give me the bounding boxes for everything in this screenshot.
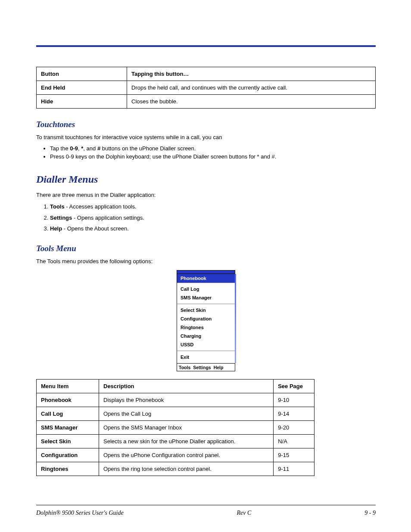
cell-button: Hide xyxy=(37,95,127,109)
cell: Selects a new skin for the uPhone Dialle… xyxy=(99,435,274,448)
cell: 9-20 xyxy=(274,421,314,435)
menubar-help[interactable]: Help xyxy=(213,365,224,370)
menu-item[interactable]: Ringtones xyxy=(177,323,235,332)
menu-group: Select Skin Configuration Ringtones Char… xyxy=(177,304,235,351)
menu-bottom-bar: Tools Settings Help xyxy=(177,363,235,371)
cell: Opens the uPhone Configuration control p… xyxy=(99,448,274,462)
cell: 9-14 xyxy=(274,407,314,421)
touchtones-intro: To transmit touchtones for interactive v… xyxy=(36,134,376,141)
cell: 9-10 xyxy=(274,393,314,407)
bold-text: Help xyxy=(50,225,62,232)
list-item: Tools - Accesses application tools. xyxy=(50,203,376,211)
cell: 9-15 xyxy=(274,448,314,462)
table-row: PhonebookDisplays the Phonebook9-10 xyxy=(37,393,314,407)
dialler-intro: There are three menus in the Dialler app… xyxy=(36,191,376,199)
menu-item[interactable]: Call Log xyxy=(177,285,235,293)
footer-center: Rev C xyxy=(237,510,252,516)
table-row: Select SkinSelects a new skin for the uP… xyxy=(37,435,314,448)
text: - Accesses application tools. xyxy=(65,203,137,210)
list-item: Press 0-9 keys on the Dolphin keyboard; … xyxy=(50,153,376,161)
tools-menu-table: Menu Item Description See Page Phonebook… xyxy=(36,379,314,476)
cell-button: End Held xyxy=(37,81,127,95)
heading-dialler-menus: Dialler Menus xyxy=(36,174,376,185)
text: - Opens the About screen. xyxy=(62,225,129,232)
cell-action: Drops the held call, and continues with … xyxy=(127,81,376,95)
bold-text: Settings xyxy=(50,215,72,221)
tools-menu-screenshot: Phonebook Call Log SMS Manager Select Sk… xyxy=(177,270,235,371)
text: Tap the xyxy=(50,145,70,152)
bold-text: 0-9 xyxy=(70,145,78,152)
col-menu-item: Menu Item xyxy=(37,380,99,393)
table-row: SMS ManagerOpens the SMS Manager Inbox9-… xyxy=(37,421,314,435)
menu-item[interactable]: Configuration xyxy=(177,314,235,323)
menu-item[interactable]: Charging xyxy=(177,332,235,340)
text: buttons on the uPhone Dialler screen. xyxy=(100,145,196,152)
tools-intro: The Tools menu provides the following op… xyxy=(36,258,376,265)
cell: 9-11 xyxy=(274,462,314,476)
text: , and xyxy=(83,145,97,152)
menu-item[interactable]: SMS Manager xyxy=(177,293,235,302)
list-item: Settings - Opens application settings. xyxy=(50,214,376,222)
col-action: Tapping this button… xyxy=(127,67,376,81)
col-see-page: See Page xyxy=(274,380,314,393)
cell: N/A xyxy=(274,435,314,448)
list-item: Tap the 0-9, *, and # buttons on the uPh… xyxy=(50,145,376,152)
table-header-row: Button Tapping this button… xyxy=(37,67,376,81)
menu-titlebar xyxy=(177,271,235,274)
heading-touchtones: Touchtones xyxy=(36,120,376,129)
col-button: Button xyxy=(37,67,127,81)
cell: SMS Manager xyxy=(37,421,99,435)
table-row: ConfigurationOpens the uPhone Configurat… xyxy=(37,448,314,462)
dialler-menu-list: Tools - Accesses application tools. Sett… xyxy=(50,203,376,233)
footer-right: 9 - 9 xyxy=(364,510,376,516)
page-footer: Dolphin® 9500 Series User's Guide Rev C … xyxy=(36,510,376,516)
heading-tools-menu: Tools Menu xyxy=(36,244,376,253)
table-row: End Held Drops the held call, and contin… xyxy=(37,81,376,95)
cell: Displays the Phonebook xyxy=(99,393,274,407)
list-item: Help - Opens the About screen. xyxy=(50,225,376,233)
table-row: RingtonesOpens the ring tone selection c… xyxy=(37,462,314,476)
cell: Ringtones xyxy=(37,462,99,476)
menubar-tools[interactable]: Tools xyxy=(178,365,191,370)
menu-item[interactable]: USSD xyxy=(177,340,235,349)
cell: Call Log xyxy=(37,407,99,421)
page-content: Button Tapping this button… End Held Dro… xyxy=(36,67,376,476)
cell: Opens the SMS Manager Inbox xyxy=(99,421,274,435)
cell: Configuration xyxy=(37,448,99,462)
scrollbar-decoration xyxy=(235,274,236,363)
cell-action: Closes the bubble. xyxy=(127,95,376,109)
table-row: Hide Closes the bubble. xyxy=(37,95,376,109)
col-description: Description xyxy=(99,380,274,393)
menu-group: Exit xyxy=(177,351,235,363)
menu-group: Call Log SMS Manager xyxy=(177,283,235,304)
cell: Phonebook xyxy=(37,393,99,407)
header-rule xyxy=(36,45,376,47)
cell: Opens the ring tone selection control pa… xyxy=(99,462,274,476)
table-header-row: Menu Item Description See Page xyxy=(37,380,314,393)
menu-item-selected[interactable]: Phonebook xyxy=(177,274,235,283)
footer-left: Dolphin® 9500 Series User's Guide xyxy=(36,510,124,516)
menu-item[interactable]: Select Skin xyxy=(177,306,235,314)
touchtones-list: Tap the 0-9, *, and # buttons on the uPh… xyxy=(50,145,376,161)
text: - Opens application settings. xyxy=(72,215,144,221)
table-row: Call LogOpens the Call Log9-14 xyxy=(37,407,314,421)
cell: Opens the Call Log xyxy=(99,407,274,421)
button-action-table: Button Tapping this button… End Held Dro… xyxy=(36,67,376,109)
bold-text: Tools xyxy=(50,203,65,210)
menu-item[interactable]: Exit xyxy=(177,353,235,361)
menubar-settings[interactable]: Settings xyxy=(192,365,212,370)
footer-rule xyxy=(36,505,376,505)
cell: Select Skin xyxy=(37,435,99,448)
